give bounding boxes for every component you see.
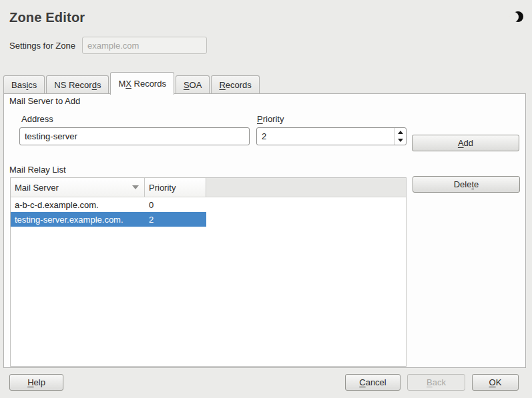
day-night-icon: ☀ bbox=[509, 11, 525, 23]
mail-relay-table: Mail Server Priority a-b-c-d.example.com… bbox=[10, 177, 407, 367]
mx-records-panel: Mail Server to Add Address Priority Add … bbox=[3, 93, 526, 368]
zone-settings-row: Settings for Zone bbox=[9, 37, 207, 54]
table-header: Mail Server Priority bbox=[11, 178, 406, 197]
help-button[interactable]: Help bbox=[9, 374, 63, 391]
spin-up-button[interactable] bbox=[394, 128, 406, 137]
tab-basics[interactable]: Basics bbox=[3, 75, 45, 94]
priority-input[interactable] bbox=[256, 127, 407, 145]
table-row[interactable]: a-b-c-d.example.com. 0 bbox=[11, 197, 206, 212]
priority-spin-buttons bbox=[394, 128, 406, 145]
column-header-filler bbox=[206, 178, 406, 197]
cancel-button[interactable]: Cancel bbox=[345, 374, 401, 391]
mail-server-to-add-label: Mail Server to Add bbox=[9, 96, 80, 106]
priority-spinbox bbox=[256, 127, 407, 145]
tab-bar: Basics NS Records MX Records SOA Records bbox=[3, 71, 261, 94]
spin-down-button[interactable] bbox=[394, 137, 406, 145]
address-label: Address bbox=[21, 114, 53, 124]
page-title: Zone Editor bbox=[9, 10, 85, 25]
tab-records[interactable]: Records bbox=[211, 75, 259, 94]
arrow-down-icon bbox=[398, 139, 403, 142]
table-row-selected[interactable]: testing-server.example.com. 2 bbox=[11, 212, 206, 227]
add-button[interactable]: Add bbox=[412, 135, 519, 151]
delete-button[interactable]: Delete bbox=[413, 176, 520, 193]
zone-name-input bbox=[82, 37, 207, 54]
back-button[interactable]: Back bbox=[407, 374, 465, 391]
sort-descending-icon bbox=[132, 185, 139, 189]
address-input[interactable] bbox=[19, 127, 250, 145]
tab-mx-records[interactable]: MX Records bbox=[110, 72, 174, 95]
mail-relay-list-label: Mail Relay List bbox=[9, 165, 66, 175]
ok-button[interactable]: OK bbox=[472, 374, 519, 391]
tab-soa[interactable]: SOA bbox=[176, 75, 210, 94]
column-header-mail-server[interactable]: Mail Server bbox=[11, 178, 145, 197]
moon-icon bbox=[513, 11, 523, 22]
zone-editor-dialog: Zone Editor ☀ Settings for Zone Basics N… bbox=[0, 0, 532, 398]
column-header-priority[interactable]: Priority bbox=[145, 178, 206, 197]
arrow-up-icon bbox=[398, 131, 403, 134]
tab-ns-records[interactable]: NS Records bbox=[46, 75, 109, 94]
priority-label: Priority bbox=[257, 114, 284, 124]
zone-settings-label: Settings for Zone bbox=[9, 41, 75, 51]
